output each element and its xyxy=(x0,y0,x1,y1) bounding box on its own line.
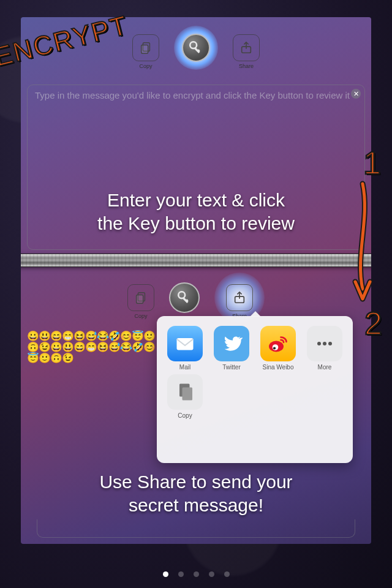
share-option-label: More xyxy=(318,364,332,371)
caption-line: Enter your text & click xyxy=(107,190,285,210)
key-icon xyxy=(176,290,192,306)
step-arrow xyxy=(349,181,376,304)
copy-button-bottom[interactable]: Copy xyxy=(127,284,154,311)
toolbar-bottom: Copy Share xyxy=(21,273,371,322)
encrypt-button-highlight xyxy=(174,26,218,70)
copy-label: Copy xyxy=(139,63,152,69)
share-option-label: Sina Weibo xyxy=(263,364,294,371)
more-icon xyxy=(307,326,342,361)
svg-rect-12 xyxy=(177,338,194,350)
page-indicator[interactable] xyxy=(0,571,392,577)
share-option-mail[interactable]: Mail xyxy=(163,326,207,371)
share-option-copy[interactable]: Copy xyxy=(163,374,207,419)
svg-point-17 xyxy=(323,342,326,345)
encrypt-key-button-bottom[interactable] xyxy=(169,282,200,313)
svg-point-16 xyxy=(317,342,321,345)
share-label: Share xyxy=(239,63,254,69)
screenshot-panel: Copy Share Type in the message you'd lik… xyxy=(21,17,371,544)
share-sheet: Mail Twitter Sina Weibo More xyxy=(157,316,353,463)
svg-rect-1 xyxy=(141,45,148,53)
share-icon xyxy=(239,41,253,55)
metal-divider xyxy=(21,254,371,267)
share-option-label: Copy xyxy=(178,412,192,419)
mail-icon xyxy=(167,326,203,361)
copy-label: Copy xyxy=(134,313,147,319)
share-icon xyxy=(233,291,246,304)
encrypted-output: 😀😃😄😁😆😅😂🤣😊😇🙂🙃😉😀😃😄😁😆😅😂🤣😊😇🙂🙃😉 xyxy=(27,331,162,364)
copy-button[interactable]: Copy xyxy=(132,34,159,61)
svg-rect-7 xyxy=(137,295,143,303)
page-dot[interactable] xyxy=(209,571,214,577)
instruction-step2-text: Use Share to send your secret message! xyxy=(21,470,371,517)
share-option-twitter[interactable]: Twitter xyxy=(209,326,254,371)
page-dot[interactable] xyxy=(178,571,184,577)
copy-icon xyxy=(134,290,148,305)
caption-line: the Key button to review xyxy=(97,213,295,233)
page-dot[interactable] xyxy=(194,571,199,577)
clear-button[interactable]: ✕ xyxy=(351,89,361,99)
share-option-weibo[interactable]: Sina Weibo xyxy=(256,326,300,371)
svg-point-14 xyxy=(273,344,279,350)
instruction-step1-text: Enter your text & click the Key button t… xyxy=(21,189,371,235)
step-number-2: 2 xyxy=(364,305,382,342)
weibo-icon xyxy=(260,326,296,361)
page-dot[interactable] xyxy=(224,571,230,577)
twitter-icon xyxy=(214,326,249,361)
message-placeholder: Type in the message you'd like to encryp… xyxy=(35,90,357,101)
copy-icon xyxy=(139,40,153,55)
svg-rect-20 xyxy=(183,388,193,401)
share-button[interactable]: Share xyxy=(233,34,260,61)
svg-point-15 xyxy=(273,347,276,349)
step-number-1: 1 xyxy=(363,145,381,181)
output-box-bottom-edge xyxy=(37,519,355,538)
svg-point-18 xyxy=(328,342,332,345)
share-option-more[interactable]: More xyxy=(303,326,347,371)
key-icon xyxy=(188,40,204,56)
share-button-bottom[interactable]: Share xyxy=(226,284,253,311)
page-dot[interactable] xyxy=(163,571,168,577)
caption-line: secret message! xyxy=(129,495,263,515)
share-option-label: Twitter xyxy=(222,364,240,371)
share-option-label: Mail xyxy=(179,364,190,371)
svg-point-2 xyxy=(190,42,197,48)
copy-docs-icon xyxy=(167,374,203,410)
caption-line: Use Share to send your xyxy=(99,472,292,492)
encrypt-key-button[interactable] xyxy=(182,34,210,62)
